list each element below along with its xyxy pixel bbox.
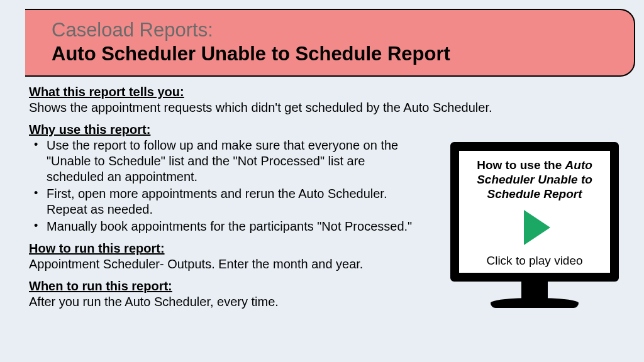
header-report-title: Auto Scheduler Unable to Schedule Report [52,43,621,65]
section-when: When to run this report: After you run t… [29,278,419,310]
video-title: How to use the Auto Scheduler Unable to … [468,158,601,201]
how-text: Appointment Scheduler- Outputs. Enter th… [29,256,419,272]
section-why: Why use this report: Use the report to f… [29,122,419,234]
section-how: How to run this report: Appointment Sche… [29,241,419,272]
monitor-screen: How to use the Auto Scheduler Unable to … [450,142,619,282]
when-text: After you run the Auto Scheduler, every … [29,294,419,310]
list-item: Manually book appointments for the parti… [33,219,419,234]
header-section-label: Caseload Reports: [52,19,621,41]
video-monitor: How to use the Auto Scheduler Unable to … [450,142,619,308]
play-icon[interactable] [524,210,550,245]
section-what: What this report tells you: Shows the ap… [29,84,635,116]
video-caption[interactable]: Click to play video [486,254,582,268]
monitor-base [491,298,579,308]
why-list: Use the report to follow up and make sur… [29,138,419,234]
list-item: Use the report to follow up and make sur… [33,138,419,185]
why-heading: Why use this report: [29,122,419,138]
when-heading: When to run this report: [29,278,419,294]
slide-header: Caseload Reports: Auto Scheduler Unable … [25,9,635,77]
video-title-prefix: How to use the [477,158,565,172]
what-heading: What this report tells you: [29,84,635,100]
list-item: First, open more appointments and rerun … [33,186,419,217]
how-heading: How to run this report: [29,241,419,256]
what-text: Shows the appointment requests which did… [29,100,635,116]
